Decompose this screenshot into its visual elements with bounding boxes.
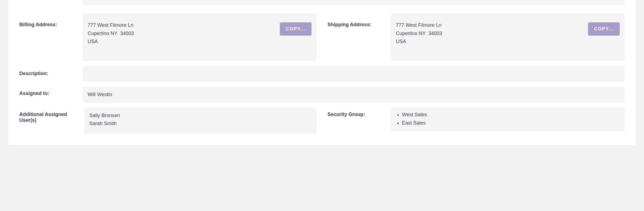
security-group-value: West Sales East Sales xyxy=(391,108,625,131)
shipping-address-label: Shipping Address: xyxy=(328,14,391,28)
additional-users-value: Sally Bronsen Sarah Smith xyxy=(84,108,316,134)
billing-address-line1: 777 West Filmore Ln xyxy=(88,21,280,30)
description-label: Description: xyxy=(19,66,83,77)
additional-users-label: Additional Assigned User(s) xyxy=(19,108,84,123)
top-partial-row: x xyxy=(19,0,625,6)
billing-address-value: 777 West Filmore Ln Cupertino NY 34003 U… xyxy=(83,14,316,61)
billing-address-text: 777 West Filmore Ln Cupertino NY 34003 U… xyxy=(88,21,280,46)
shipping-copy-button[interactable]: COPY... xyxy=(588,22,620,36)
security-group-list: West Sales East Sales xyxy=(396,110,620,127)
assigned-to-row: Assigned to: Will Westin xyxy=(19,87,625,103)
security-group-label: Security Group: xyxy=(328,108,391,117)
assigned-to-label: Assigned to: xyxy=(19,87,83,96)
billing-address-field: Billing Address: 777 West Filmore Ln Cup… xyxy=(19,14,316,61)
assigned-to-field: Assigned to: Will Westin xyxy=(19,87,625,103)
detail-card: x Billing Address: 777 West Filmore Ln C… xyxy=(8,0,636,145)
security-group-item-1: East Sales xyxy=(402,119,620,127)
shipping-address-line2: Cupertino NY 34003 xyxy=(396,30,588,38)
shipping-address-field: Shipping Address: 777 West Filmore Ln Cu… xyxy=(328,14,625,61)
shipping-address-line1: 777 West Filmore Ln xyxy=(396,21,588,30)
security-group-field: Security Group: West Sales East Sales xyxy=(328,108,625,134)
additional-user-1: Sarah Smith xyxy=(89,120,312,128)
top-partial-value xyxy=(83,0,625,5)
billing-copy-button[interactable]: COPY... xyxy=(280,22,312,36)
additional-users-field: Additional Assigned User(s) Sally Bronse… xyxy=(19,108,316,134)
description-value xyxy=(83,66,625,82)
billing-address-line3: USA xyxy=(88,38,280,46)
description-row: Description: xyxy=(19,66,625,82)
description-field: Description: xyxy=(19,66,625,82)
shipping-address-value: 777 West Filmore Ln Cupertino NY 34003 U… xyxy=(391,14,625,61)
assigned-to-value: Will Westin xyxy=(83,87,625,103)
shipping-address-line3: USA xyxy=(396,38,588,46)
top-partial-field: x xyxy=(19,0,625,6)
billing-address-label: Billing Address: xyxy=(19,14,83,28)
shipping-address-text: 777 West Filmore Ln Cupertino NY 34003 U… xyxy=(396,21,588,46)
additional-user-0: Sally Bronsen xyxy=(89,112,312,120)
additional-security-row: Additional Assigned User(s) Sally Bronse… xyxy=(19,108,625,134)
address-row: Billing Address: 777 West Filmore Ln Cup… xyxy=(19,14,625,61)
security-group-item-0: West Sales xyxy=(402,110,620,119)
billing-address-line2: Cupertino NY 34003 xyxy=(88,30,280,38)
